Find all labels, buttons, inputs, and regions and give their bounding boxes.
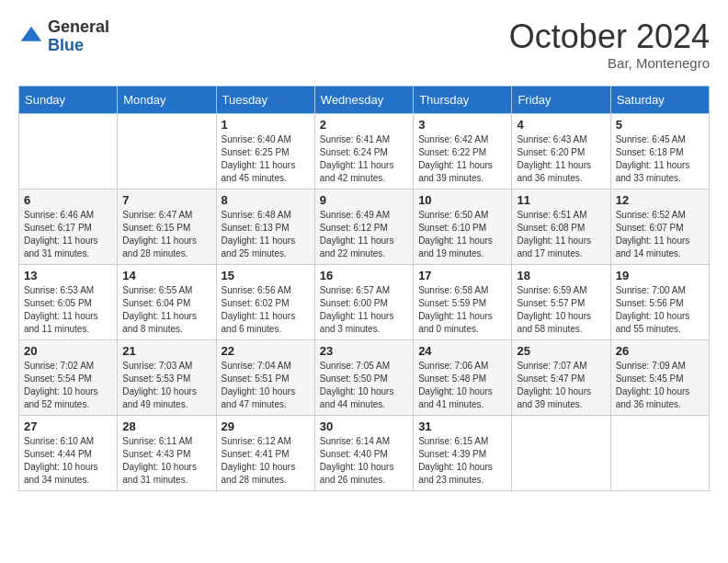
day-number: 26 (616, 344, 704, 358)
day-number: 14 (122, 269, 210, 282)
day-number: 20 (24, 344, 112, 358)
day-info: Sunrise: 7:06 AM Sunset: 5:48 PM Dayligh… (418, 360, 506, 411)
calendar-cell: 26Sunrise: 7:09 AM Sunset: 5:45 PM Dayli… (610, 339, 709, 415)
day-info: Sunrise: 6:42 AM Sunset: 6:22 PM Dayligh… (418, 133, 506, 185)
day-info: Sunrise: 6:57 AM Sunset: 6:00 PM Dayligh… (320, 284, 408, 336)
calendar-cell (118, 113, 216, 189)
day-number: 27 (24, 419, 112, 433)
day-info: Sunrise: 6:53 AM Sunset: 6:05 PM Dayligh… (24, 284, 112, 336)
calendar-cell: 15Sunrise: 6:56 AM Sunset: 6:02 PM Dayli… (216, 264, 314, 339)
day-info: Sunrise: 7:07 AM Sunset: 5:47 PM Dayligh… (517, 360, 605, 411)
day-number: 18 (517, 269, 605, 282)
day-info: Sunrise: 6:45 AM Sunset: 6:18 PM Dayligh… (616, 133, 704, 185)
calendar-cell (610, 415, 709, 490)
day-info: Sunrise: 6:11 AM Sunset: 4:43 PM Dayligh… (122, 435, 210, 487)
day-info: Sunrise: 6:50 AM Sunset: 6:10 PM Dayligh… (418, 209, 506, 260)
day-number: 16 (320, 269, 408, 282)
calendar-table: SundayMondayTuesdayWednesdayThursdayFrid… (18, 86, 710, 491)
day-number: 4 (517, 118, 605, 132)
calendar-cell: 28Sunrise: 6:11 AM Sunset: 4:43 PM Dayli… (118, 415, 216, 490)
day-number: 9 (320, 193, 408, 207)
calendar-cell: 23Sunrise: 7:05 AM Sunset: 5:50 PM Dayli… (314, 339, 413, 415)
calendar-week-row: 20Sunrise: 7:02 AM Sunset: 5:54 PM Dayli… (19, 339, 710, 415)
day-number: 7 (122, 193, 210, 207)
calendar-cell: 13Sunrise: 6:53 AM Sunset: 6:05 PM Dayli… (19, 264, 118, 339)
calendar-cell: 25Sunrise: 7:07 AM Sunset: 5:47 PM Dayli… (512, 339, 610, 415)
calendar-cell: 24Sunrise: 7:06 AM Sunset: 5:48 PM Dayli… (414, 339, 512, 415)
day-number: 29 (222, 419, 310, 433)
calendar-cell: 7Sunrise: 6:47 AM Sunset: 6:15 PM Daylig… (118, 189, 216, 264)
day-info: Sunrise: 7:04 AM Sunset: 5:51 PM Dayligh… (222, 360, 310, 411)
day-info: Sunrise: 7:05 AM Sunset: 5:50 PM Dayligh… (320, 360, 408, 411)
logo-blue-text: Blue (48, 37, 109, 55)
logo-text: General Blue (48, 18, 109, 55)
calendar-cell: 17Sunrise: 6:58 AM Sunset: 5:59 PM Dayli… (414, 264, 512, 339)
day-number: 17 (418, 269, 506, 282)
day-info: Sunrise: 6:40 AM Sunset: 6:25 PM Dayligh… (222, 133, 310, 185)
calendar-cell (512, 415, 610, 490)
calendar-cell: 21Sunrise: 7:03 AM Sunset: 5:53 PM Dayli… (118, 339, 216, 415)
weekday-header: Friday (512, 86, 610, 113)
day-number: 13 (24, 269, 112, 282)
calendar-cell: 2Sunrise: 6:41 AM Sunset: 6:24 PM Daylig… (314, 113, 413, 189)
svg-marker-0 (21, 27, 41, 41)
day-info: Sunrise: 6:56 AM Sunset: 6:02 PM Dayligh… (222, 284, 310, 336)
calendar-cell: 9Sunrise: 6:49 AM Sunset: 6:12 PM Daylig… (314, 189, 413, 264)
weekday-header: Sunday (19, 86, 118, 113)
day-info: Sunrise: 6:48 AM Sunset: 6:13 PM Dayligh… (222, 209, 310, 260)
day-info: Sunrise: 6:43 AM Sunset: 6:20 PM Dayligh… (517, 133, 605, 185)
weekday-header-row: SundayMondayTuesdayWednesdayThursdayFrid… (19, 86, 710, 113)
day-number: 5 (616, 118, 704, 132)
day-number: 6 (24, 193, 112, 207)
calendar-cell: 29Sunrise: 6:12 AM Sunset: 4:41 PM Dayli… (216, 415, 314, 490)
day-info: Sunrise: 6:59 AM Sunset: 5:57 PM Dayligh… (517, 284, 605, 336)
day-info: Sunrise: 7:03 AM Sunset: 5:53 PM Dayligh… (122, 360, 210, 411)
calendar-cell (19, 113, 118, 189)
day-info: Sunrise: 6:12 AM Sunset: 4:41 PM Dayligh… (222, 435, 310, 487)
day-number: 15 (222, 269, 310, 282)
calendar-week-row: 6Sunrise: 6:46 AM Sunset: 6:17 PM Daylig… (19, 189, 710, 264)
day-number: 23 (320, 344, 408, 358)
day-info: Sunrise: 6:10 AM Sunset: 4:44 PM Dayligh… (24, 435, 112, 487)
day-info: Sunrise: 6:58 AM Sunset: 5:59 PM Dayligh… (418, 284, 506, 336)
day-number: 10 (418, 193, 506, 207)
calendar-cell: 3Sunrise: 6:42 AM Sunset: 6:22 PM Daylig… (414, 113, 512, 189)
day-info: Sunrise: 6:51 AM Sunset: 6:08 PM Dayligh… (517, 209, 605, 260)
page-header: General Blue October 2024 Bar, Montenegr… (18, 18, 710, 71)
calendar-cell: 1Sunrise: 6:40 AM Sunset: 6:25 PM Daylig… (216, 113, 314, 189)
day-number: 3 (418, 118, 506, 132)
day-number: 21 (122, 344, 210, 358)
title-block: October 2024 Bar, Montenegro (509, 18, 710, 71)
day-info: Sunrise: 7:02 AM Sunset: 5:54 PM Dayligh… (24, 360, 112, 411)
day-info: Sunrise: 6:41 AM Sunset: 6:24 PM Dayligh… (320, 133, 408, 185)
calendar-cell: 6Sunrise: 6:46 AM Sunset: 6:17 PM Daylig… (19, 189, 118, 264)
day-number: 11 (517, 193, 605, 207)
day-info: Sunrise: 7:09 AM Sunset: 5:45 PM Dayligh… (616, 360, 704, 411)
day-info: Sunrise: 6:49 AM Sunset: 6:12 PM Dayligh… (320, 209, 408, 260)
day-info: Sunrise: 6:14 AM Sunset: 4:40 PM Dayligh… (320, 435, 408, 487)
day-number: 2 (320, 118, 408, 132)
calendar-cell: 18Sunrise: 6:59 AM Sunset: 5:57 PM Dayli… (512, 264, 610, 339)
logo: General Blue (18, 18, 109, 55)
logo-general-text: General (48, 18, 109, 37)
day-number: 1 (222, 118, 310, 132)
weekday-header: Wednesday (314, 86, 413, 113)
calendar-cell: 14Sunrise: 6:55 AM Sunset: 6:04 PM Dayli… (118, 264, 216, 339)
day-info: Sunrise: 6:52 AM Sunset: 6:07 PM Dayligh… (616, 209, 704, 260)
logo-icon (18, 24, 44, 50)
calendar-cell: 12Sunrise: 6:52 AM Sunset: 6:07 PM Dayli… (610, 189, 709, 264)
location-subtitle: Bar, Montenegro (509, 55, 710, 71)
calendar-cell: 22Sunrise: 7:04 AM Sunset: 5:51 PM Dayli… (216, 339, 314, 415)
calendar-cell: 31Sunrise: 6:15 AM Sunset: 4:39 PM Dayli… (414, 415, 512, 490)
weekday-header: Monday (118, 86, 216, 113)
calendar-cell: 30Sunrise: 6:14 AM Sunset: 4:40 PM Dayli… (314, 415, 413, 490)
day-info: Sunrise: 6:15 AM Sunset: 4:39 PM Dayligh… (418, 435, 506, 487)
calendar-cell: 5Sunrise: 6:45 AM Sunset: 6:18 PM Daylig… (610, 113, 709, 189)
calendar-cell: 8Sunrise: 6:48 AM Sunset: 6:13 PM Daylig… (216, 189, 314, 264)
day-number: 24 (418, 344, 506, 358)
calendar-cell: 10Sunrise: 6:50 AM Sunset: 6:10 PM Dayli… (414, 189, 512, 264)
day-number: 31 (418, 419, 506, 433)
calendar-week-row: 1Sunrise: 6:40 AM Sunset: 6:25 PM Daylig… (19, 113, 710, 189)
day-number: 12 (616, 193, 704, 207)
day-info: Sunrise: 6:55 AM Sunset: 6:04 PM Dayligh… (122, 284, 210, 336)
